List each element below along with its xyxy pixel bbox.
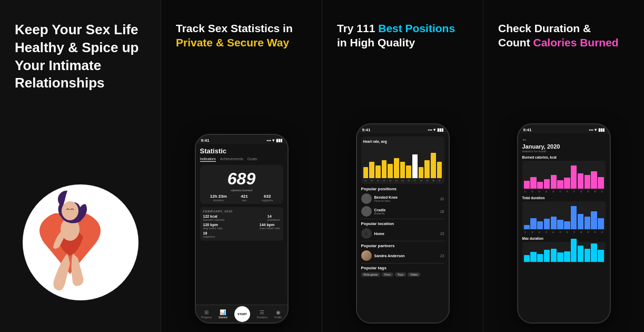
panel2-heading-highlight: Private & Secure Way (176, 35, 293, 50)
stat-summary-row: 12h 23mduration 421sex 632orgasms (203, 194, 280, 202)
panel3-heading: Try 111 Best Positions in High Quality (337, 21, 455, 53)
panel-1: Keep Your Sex Life Healthy & Spice up Yo… (0, 0, 161, 332)
divider-2 (361, 241, 444, 241)
panel1-line2: Healthy & Spice up (15, 39, 139, 57)
pos-avatar-1 (361, 193, 372, 204)
phone-screen-4: ← January, 2020 statistics for month Bur… (518, 133, 610, 323)
duration-bars (522, 201, 606, 230)
max-duration-bars (522, 242, 606, 263)
tags-row: Role game Porn Toys Video (361, 272, 444, 277)
stat-tabs: Indicators Achievements Goals (200, 157, 283, 162)
location-icon: ⌂ (361, 228, 372, 239)
heart-rate-chart: Heart rate, avg 212222222324252627282930… (361, 136, 444, 184)
stat-section-monthly: FEBRUARY, 2020 122 kcalburned calories 1… (200, 207, 283, 241)
position-item-1: Bended Knee Face to face 32 (361, 193, 444, 204)
pos-screen: Heart rate, avg 212222222324252627282930… (357, 133, 449, 323)
divider-1 (361, 219, 444, 219)
position-item-2: Cradle Butterfly 26 (361, 206, 444, 217)
panel1-line3: Your Intimate (15, 57, 139, 75)
dur-dates-2: 112222232425262728293031 (522, 231, 606, 233)
month-title: January, 2020 (522, 143, 606, 150)
calories-bars (522, 161, 606, 190)
stat-big-number: 689 calories burned 12h 23mduration 421s… (200, 165, 283, 204)
phone-screen-2: Statistic Indicators Achievements Goals … (196, 144, 288, 305)
panel-3: Try 111 Best Positions in High Quality 9… (322, 0, 483, 332)
phone-mockup-4: 9:41 ▪▪▪ ▾ ▮▮▮ ← January, 2020 statistic… (517, 123, 611, 324)
panel2-heading-normal: Track Sex Statistics in (176, 21, 293, 35)
divider-3 (361, 263, 444, 263)
panel-4: Check Duration & Count Calories Burned 9… (483, 0, 644, 332)
phone-mockup-3: 9:41 ▪▪▪ ▾ ▮▮▮ Heart rate, avg 212222222… (356, 123, 450, 324)
phone-mockup-2: 9:41 ▪▪▪ ▾ ▮▮▮ Statistic Indicators Achi… (195, 134, 289, 324)
tag-1: Role game (361, 272, 381, 277)
max-duration-chart-section: Max duration (522, 237, 606, 263)
stat-title: Statistic (200, 147, 283, 155)
dur-dates-1: 112222232425262728293031 (522, 191, 606, 193)
panel1-heading: Keep Your Sex Life Healthy & Spice up Yo… (15, 21, 139, 95)
tags-title: Popular tags (361, 266, 444, 270)
panel1-line1: Keep Your Sex Life (15, 21, 139, 39)
partners-title: Popular partners (361, 243, 444, 248)
illustration-area (0, 132, 161, 332)
dur-screen: ← January, 2020 statistics for month Bur… (518, 133, 610, 323)
tag-4: Video (408, 272, 420, 277)
phone-notch-4 (548, 124, 580, 131)
tag-2: Porn (382, 272, 393, 277)
figure-svg (28, 148, 133, 311)
phone-screen-3: Heart rate, avg 212222222324252627282930… (357, 133, 449, 323)
panel3-heading-normal2: in High Quality (337, 35, 455, 50)
panel3-heading-highlight: Best Positions (378, 22, 455, 34)
panel-2: Track Sex Statistics in Private & Secure… (161, 0, 322, 332)
stat-screen: Statistic Indicators Achievements Goals … (196, 144, 288, 305)
calories-chart-section: Burned calories, kcal 112222232425262728… (522, 155, 606, 193)
panel3-heading-normal: Try 111 Best Positions (337, 21, 455, 35)
bottom-nav-2: ⊞Progress 📊Statistic START ☰Positions ◉P… (196, 305, 288, 323)
phone-notch-3 (387, 124, 419, 131)
tag-3: Toys (395, 272, 406, 277)
back-icon[interactable]: ← (522, 136, 606, 142)
partner-item: Sandra Anderson 23 (361, 250, 444, 261)
panel4-heading-line1: Check Duration & (498, 21, 619, 35)
pos-avatar-2 (361, 206, 372, 217)
duration-chart-section: Total duration 112222232425262728293031 (522, 196, 606, 233)
location-item: ⌂ Home 23 (361, 228, 444, 239)
date-row-3: 21222222232425262728293031 (363, 179, 442, 182)
positions-title: Popular positions (361, 187, 444, 191)
panel1-line4: Relationships (15, 74, 139, 92)
svg-point-1 (62, 201, 78, 220)
panel4-heading: Check Duration & Count Calories Burned (498, 21, 619, 53)
phone-notch-2 (226, 135, 257, 141)
chart-bars (363, 144, 442, 178)
panel4-heading-line2: Count Calories Burned (498, 35, 619, 50)
panel2-heading: Track Sex Statistics in Private & Secure… (176, 21, 293, 53)
partner-avatar (361, 250, 372, 261)
month-subtitle: statistics for month (522, 150, 606, 153)
location-title: Popular location (361, 221, 444, 226)
